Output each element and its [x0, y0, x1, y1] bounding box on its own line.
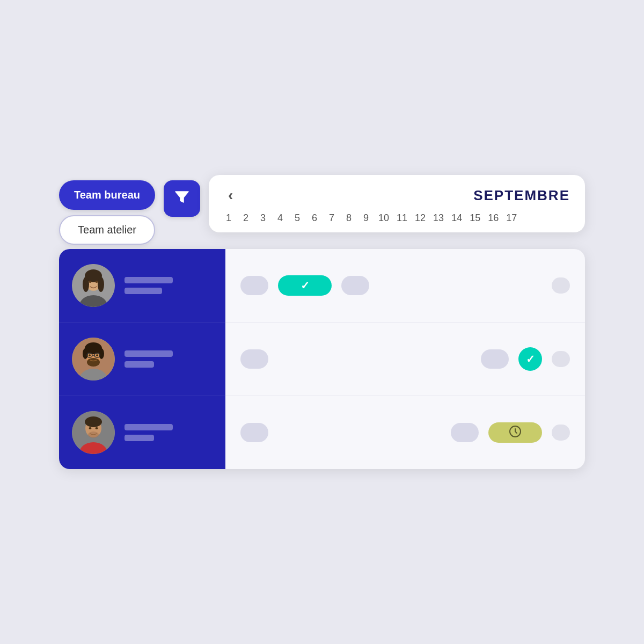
check-icon-2: ✓	[526, 353, 535, 365]
calendar-card: ‹ SEPTEMBRE 1234567891011121314151617	[209, 175, 585, 232]
info-bar	[125, 277, 173, 283]
calendar-days: 1234567891011121314151617	[224, 213, 570, 224]
main-container: Team bureau Team atelier ‹ SEPTEMBRE 123…	[59, 175, 585, 469]
slot-empty-5[interactable]	[240, 423, 268, 442]
calendar-day-12[interactable]: 12	[415, 213, 426, 224]
calendar-day-15[interactable]: 15	[470, 213, 480, 224]
avatar-2	[72, 338, 115, 380]
calendar-day-6[interactable]: 6	[310, 213, 319, 224]
person-row-2	[59, 323, 225, 396]
slot-tiny-2[interactable]	[552, 351, 570, 367]
svg-point-14	[87, 358, 100, 367]
info-bar	[125, 435, 154, 441]
info-bar	[125, 361, 154, 368]
slot-empty-3[interactable]	[240, 349, 268, 369]
filter-button[interactable]	[164, 180, 200, 217]
slot-empty-6[interactable]	[451, 423, 479, 442]
main-table: ✓ ✓	[59, 249, 585, 469]
slot-active-teal-1[interactable]: ✓	[278, 275, 332, 296]
calendar-day-14[interactable]: 14	[451, 213, 462, 224]
svg-point-7	[96, 281, 98, 283]
calendar-day-8[interactable]: 8	[344, 213, 354, 224]
calendar-day-11[interactable]: 11	[397, 213, 407, 224]
svg-point-19	[96, 354, 98, 356]
person-row-1	[59, 249, 225, 323]
calendar-day-7[interactable]: 7	[327, 213, 336, 224]
calendar-day-10[interactable]: 10	[378, 213, 389, 224]
person-info-3	[125, 424, 173, 441]
calendar-day-9[interactable]: 9	[361, 213, 371, 224]
person-info-1	[125, 277, 173, 294]
svg-point-25	[96, 427, 98, 429]
svg-point-23	[85, 416, 102, 427]
schedule-area: ✓ ✓	[225, 249, 585, 469]
calendar-day-5[interactable]: 5	[292, 213, 302, 224]
svg-point-4	[83, 277, 89, 292]
avatar-1	[72, 264, 115, 307]
team-atelier-button[interactable]: Team atelier	[59, 215, 155, 245]
calendar-header: ‹ SEPTEMBRE	[224, 187, 570, 204]
calendar-day-16[interactable]: 16	[488, 213, 499, 224]
calendar-month: SEPTEMBRE	[473, 187, 570, 204]
calendar-day-3[interactable]: 3	[258, 213, 268, 224]
svg-point-6	[89, 281, 92, 283]
info-bar	[125, 350, 173, 357]
person-row-3	[59, 396, 225, 469]
slot-tiny-3[interactable]	[552, 425, 570, 441]
person-info-2	[125, 350, 173, 368]
svg-point-26	[88, 431, 99, 438]
calendar-prev-button[interactable]: ‹	[224, 187, 237, 204]
schedule-row-2: ✓	[225, 323, 585, 396]
calendar-day-17[interactable]: 17	[506, 213, 517, 224]
schedule-row-1: ✓	[225, 249, 585, 323]
team-bureau-button[interactable]: Team bureau	[59, 180, 155, 210]
slot-empty-1[interactable]	[240, 276, 268, 295]
calendar-day-2[interactable]: 2	[241, 213, 251, 224]
header-row: Team bureau Team atelier ‹ SEPTEMBRE 123…	[59, 175, 585, 245]
clock-icon	[509, 425, 522, 441]
info-bar	[125, 424, 173, 430]
svg-point-24	[89, 427, 92, 429]
slot-active-yellow[interactable]	[488, 422, 542, 443]
info-bar	[125, 288, 162, 294]
team-buttons: Team bureau Team atelier	[59, 175, 155, 245]
slot-tiny-1[interactable]	[552, 277, 570, 294]
calendar-day-1[interactable]: 1	[224, 213, 233, 224]
slot-active-teal-single[interactable]: ✓	[518, 347, 542, 371]
avatar-3	[72, 411, 115, 454]
sidebar	[59, 249, 225, 469]
calendar-day-13[interactable]: 13	[433, 213, 444, 224]
slot-empty-2[interactable]	[341, 276, 369, 295]
svg-point-18	[89, 354, 91, 356]
check-icon-1: ✓	[301, 279, 310, 292]
svg-point-5	[98, 277, 104, 292]
slot-empty-4[interactable]	[481, 349, 509, 369]
calendar-day-4[interactable]: 4	[275, 213, 285, 224]
filter-icon	[173, 188, 191, 209]
schedule-row-3	[225, 396, 585, 469]
